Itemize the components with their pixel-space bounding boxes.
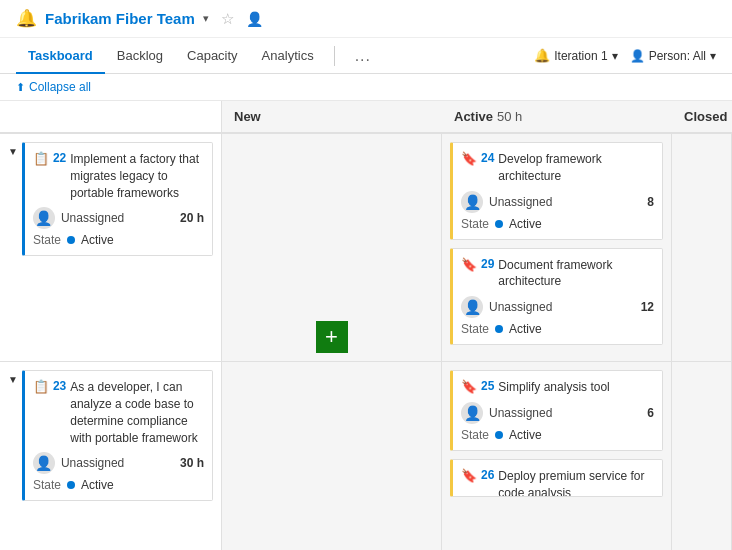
task-23-state: State Active bbox=[33, 478, 204, 492]
iteration-icon: 🔔 bbox=[534, 48, 550, 63]
nav-bar: Taskboard Backlog Capacity Analytics ...… bbox=[0, 38, 732, 74]
task-22-hours: 20 h bbox=[180, 211, 204, 225]
task-24-title: Develop framework architecture bbox=[498, 151, 654, 185]
task-25-assignee[interactable]: Unassigned bbox=[489, 406, 641, 420]
state-dot-29 bbox=[495, 325, 503, 333]
person-selector[interactable]: 👤 Person: All ▾ bbox=[630, 49, 716, 63]
row2-closed-col bbox=[672, 362, 732, 550]
task-24-meta: 👤 Unassigned 8 bbox=[461, 191, 654, 213]
task-22-assignee[interactable]: Unassigned bbox=[61, 211, 174, 225]
task-card-24: 🔖 24 Develop framework architecture 👤 Un… bbox=[450, 142, 663, 240]
task-29-num[interactable]: 29 bbox=[481, 257, 494, 271]
collapse-all-label: Collapse all bbox=[29, 80, 91, 94]
task-25-header: 🔖 25 Simplify analysis tool bbox=[461, 379, 654, 396]
more-options-button[interactable]: ... bbox=[343, 39, 383, 73]
task-29-state: State Active bbox=[461, 322, 654, 336]
task-card-29: 🔖 29 Document framework architecture 👤 U… bbox=[450, 248, 663, 346]
row1-collapse-arrow[interactable]: ▼ bbox=[8, 146, 18, 157]
task-24-state: State Active bbox=[461, 217, 654, 231]
row2-active-col: 🔖 25 Simplify analysis tool 👤 Unassigned… bbox=[442, 362, 672, 550]
task-24-header: 🔖 24 Develop framework architecture bbox=[461, 151, 654, 185]
iteration-label: Iteration 1 bbox=[554, 49, 607, 63]
task-29-header: 🔖 29 Document framework architecture bbox=[461, 257, 654, 291]
active-col-label: Active bbox=[454, 109, 493, 124]
column-headers: New Active 50 h Closed bbox=[0, 101, 732, 134]
star-icon[interactable]: ☆ bbox=[221, 10, 234, 28]
task-29-meta: 👤 Unassigned 12 bbox=[461, 296, 654, 318]
task-29-title: Document framework architecture bbox=[498, 257, 654, 291]
task-23-meta: 👤 Unassigned 30 h bbox=[33, 452, 204, 474]
task-24-type-icon: 🔖 bbox=[461, 151, 477, 166]
task-23-header: 📋 23 As a developer, I can analyze a cod… bbox=[33, 379, 204, 446]
task-22-meta: 👤 Unassigned 20 h bbox=[33, 207, 204, 229]
tab-backlog[interactable]: Backlog bbox=[105, 38, 175, 73]
state-label-22: State bbox=[33, 233, 61, 247]
person-icon: 👤 bbox=[630, 49, 645, 63]
task-24-assignee[interactable]: Unassigned bbox=[489, 195, 641, 209]
task-25-hours: 6 bbox=[647, 406, 654, 420]
task-29-type-icon: 🔖 bbox=[461, 257, 477, 272]
team-icon: 🔔 bbox=[16, 8, 37, 29]
task-26-num[interactable]: 26 bbox=[481, 468, 494, 482]
new-col-header: New bbox=[222, 101, 442, 132]
task-23-assignee[interactable]: Unassigned bbox=[61, 456, 174, 470]
tab-analytics[interactable]: Analytics bbox=[250, 38, 326, 73]
row1-new-col: + bbox=[222, 134, 442, 361]
row2-collapse-arrow[interactable]: ▼ bbox=[8, 374, 18, 385]
task-25-title: Simplify analysis tool bbox=[498, 379, 609, 396]
state-label-25: State bbox=[461, 428, 489, 442]
task-23-title: As a developer, I can analyze a code bas… bbox=[70, 379, 204, 446]
task-26-header: 🔖 26 Deploy premium service for code ana… bbox=[461, 468, 654, 497]
add-task-button[interactable]: + bbox=[316, 321, 348, 353]
row1-task-card: 📋 22 Implement a factory that migrates l… bbox=[22, 142, 213, 264]
task-24-num[interactable]: 24 bbox=[481, 151, 494, 165]
state-dot-24 bbox=[495, 220, 503, 228]
iteration-selector[interactable]: 🔔 Iteration 1 ▾ bbox=[534, 48, 617, 63]
task-25-meta: 👤 Unassigned 6 bbox=[461, 402, 654, 424]
board-toolbar: ⬆ Collapse all bbox=[0, 74, 732, 101]
active-col-header: Active 50 h bbox=[442, 101, 672, 132]
task-type-icon: 📋 bbox=[33, 151, 49, 166]
task-25-num[interactable]: 25 bbox=[481, 379, 494, 393]
avatar-icon: 👤 bbox=[35, 210, 52, 226]
task-24-hours: 8 bbox=[647, 195, 654, 209]
state-value-24: Active bbox=[509, 217, 542, 231]
new-col-label: New bbox=[234, 109, 261, 124]
board-row: ▼ 📋 22 Implement a factory that migrates… bbox=[0, 134, 732, 362]
chevron-down-icon[interactable]: ▾ bbox=[203, 12, 209, 25]
tab-capacity[interactable]: Capacity bbox=[175, 38, 250, 73]
tab-taskboard[interactable]: Taskboard bbox=[16, 38, 105, 73]
task-24-avatar: 👤 bbox=[461, 191, 483, 213]
row1-left-col: ▼ 📋 22 Implement a factory that migrates… bbox=[0, 134, 222, 361]
avatar-icon-23: 👤 bbox=[35, 455, 52, 471]
state-dot-23 bbox=[67, 481, 75, 489]
state-value-29: Active bbox=[509, 322, 542, 336]
add-people-icon[interactable]: 👤 bbox=[246, 11, 263, 27]
task-29-assignee[interactable]: Unassigned bbox=[489, 300, 635, 314]
iteration-chevron-icon: ▾ bbox=[612, 49, 618, 63]
task-card-23: 📋 23 As a developer, I can analyze a cod… bbox=[22, 370, 213, 501]
task-23-avatar: 👤 bbox=[33, 452, 55, 474]
person-chevron-icon: ▾ bbox=[710, 49, 716, 63]
task-25-type-icon: 🔖 bbox=[461, 379, 477, 394]
task-22-header: 📋 22 Implement a factory that migrates l… bbox=[33, 151, 204, 201]
task-22-avatar: 👤 bbox=[33, 207, 55, 229]
row2-left-col: ▼ 📋 23 As a developer, I can analyze a c… bbox=[0, 362, 222, 550]
state-value-25: Active bbox=[509, 428, 542, 442]
task-card-26: 🔖 26 Deploy premium service for code ana… bbox=[450, 459, 663, 497]
task-card-22: 📋 22 Implement a factory that migrates l… bbox=[22, 142, 213, 256]
task-29-avatar: 👤 bbox=[461, 296, 483, 318]
state-label-24: State bbox=[461, 217, 489, 231]
task-card-25: 🔖 25 Simplify analysis tool 👤 Unassigned… bbox=[450, 370, 663, 451]
state-label-23: State bbox=[33, 478, 61, 492]
state-value-22: Active bbox=[81, 233, 114, 247]
nav-right: 🔔 Iteration 1 ▾ 👤 Person: All ▾ bbox=[534, 48, 716, 63]
collapse-all-button[interactable]: ⬆ Collapse all bbox=[16, 80, 91, 94]
row1-closed-col bbox=[672, 134, 732, 361]
task-22-num[interactable]: 22 bbox=[53, 151, 66, 165]
task-25-avatar: 👤 bbox=[461, 402, 483, 424]
task-23-num[interactable]: 23 bbox=[53, 379, 66, 393]
state-dot-25 bbox=[495, 431, 503, 439]
left-col-header bbox=[0, 101, 222, 132]
team-name[interactable]: Fabrikam Fiber Team bbox=[45, 10, 195, 27]
